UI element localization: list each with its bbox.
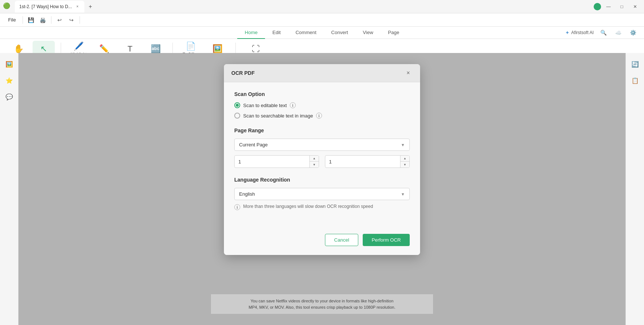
page-range-dropdown[interactable]: Current Page ▼	[234, 139, 410, 151]
new-tab-button[interactable]: +	[86, 2, 95, 11]
tab-view[interactable]: View	[355, 27, 380, 39]
modal-overlay: OCR PDF × Scan Option Scan to editable t…	[19, 53, 625, 325]
add-text-icon: T	[127, 45, 132, 53]
ocr-dialog: OCR PDF × Scan Option Scan to editable t…	[224, 64, 420, 255]
cloud-icon[interactable]: ☁️	[613, 27, 623, 38]
dialog-footer: Cancel Perform OCR	[224, 228, 420, 255]
scan-editable-label: Scan to editable text	[243, 103, 287, 108]
scan-editable-text-option[interactable]: Scan to editable text ℹ	[234, 102, 410, 108]
language-value: English	[239, 191, 255, 197]
warning-icon: ℹ	[234, 204, 240, 210]
save-button[interactable]: 💾	[26, 15, 36, 25]
browser-tab[interactable]: 1st-2. [7 Ways] How to D... ×	[15, 1, 84, 13]
warning-text: More than three languages will slow down…	[243, 204, 373, 209]
page-range-end-spinbox[interactable]: 1 ▲ ▼	[325, 155, 410, 168]
right-sidebar: 🔄 📋	[625, 53, 644, 325]
spinbox-end-controls: ▲ ▼	[400, 156, 409, 168]
tab-right-area: ✦ Afirstsoft AI 🔍 ☁️ ⚙️	[565, 27, 638, 38]
search-button[interactable]: 🔍	[598, 27, 608, 38]
right-sidebar-translate-button[interactable]: 🔄	[628, 57, 642, 71]
ai-badge[interactable]: ✦ Afirstsoft AI	[565, 30, 594, 36]
menu-separator-2	[51, 16, 51, 24]
scan-editable-radio[interactable]	[234, 102, 240, 108]
tab-home[interactable]: Home	[237, 27, 265, 39]
menu-separator-3	[80, 16, 80, 24]
page-range-dropdown-arrow: ▼	[401, 143, 405, 147]
to-image-icon: 🖼️	[212, 45, 222, 53]
right-sidebar-panel-button[interactable]: 📋	[628, 74, 642, 87]
perform-ocr-button[interactable]: Perform OCR	[363, 234, 410, 246]
scan-searchable-label: Scan to searchable text in image	[243, 113, 313, 119]
scan-option-radio-group: Scan to editable text ℹ Scan to searchab…	[234, 102, 410, 119]
page-range-spinbox-row: 1 ▲ ▼ 1 ▲ ▼	[234, 155, 410, 168]
language-recognition-section: Language Recognition English ▼ ℹ More th…	[234, 177, 410, 210]
spinbox-end-down[interactable]: ▼	[400, 162, 409, 168]
sidebar-image-button[interactable]: 🖼️	[3, 57, 16, 71]
menu-bar: File 💾 🖨️ ↩ ↪	[0, 13, 644, 27]
spinbox-start-up[interactable]: ▲	[310, 156, 319, 162]
dialog-close-button[interactable]: ×	[404, 69, 413, 77]
spinbox-end-up[interactable]: ▲	[400, 156, 409, 162]
tab-navigation: Home Edit Comment Convert View Page ✦ Af…	[0, 27, 644, 39]
maximize-button[interactable]: □	[616, 2, 628, 11]
scan-searchable-radio[interactable]	[234, 113, 240, 119]
sidebar-bookmark-button[interactable]: ⭐	[3, 74, 16, 87]
language-dropdown[interactable]: English ▼	[234, 188, 410, 200]
tab-convert[interactable]: Convert	[324, 27, 356, 39]
spinbox-start-down[interactable]: ▼	[310, 162, 319, 168]
cancel-button[interactable]: Cancel	[325, 234, 358, 246]
ocr-icon: 🔤	[151, 45, 161, 53]
menu-separator	[23, 16, 23, 24]
scan-searchable-text-option[interactable]: Scan to searchable text in image ℹ	[234, 113, 410, 119]
close-button[interactable]: ✕	[629, 2, 641, 11]
dialog-title: OCR PDF	[231, 70, 255, 76]
spinbox-end-value: 1	[325, 157, 400, 167]
redo-button[interactable]: ↪	[66, 15, 77, 25]
close-tab-button[interactable]: ×	[75, 4, 80, 9]
ai-label: Afirstsoft AI	[571, 30, 594, 35]
file-menu[interactable]: File	[4, 16, 20, 24]
spinbox-start-controls: ▲ ▼	[309, 156, 319, 168]
tab-page[interactable]: Page	[380, 27, 406, 39]
left-sidebar: 🖼️ ⭐ 💬	[0, 53, 19, 325]
sidebar-comment-button[interactable]: 💬	[3, 90, 16, 103]
print-button[interactable]: 🖨️	[38, 15, 48, 25]
tab-title: 1st-2. [7 Ways] How to D...	[19, 4, 72, 9]
select-icon: ↖	[40, 45, 47, 53]
window-controls: — □ ✕	[594, 2, 641, 11]
page-range-value: Current Page	[239, 142, 268, 147]
scan-option-label: Scan Option	[234, 91, 410, 97]
tab-comment[interactable]: Comment	[288, 27, 323, 39]
title-bar: 🟢 1st-2. [7 Ways] How to D... × + — □ ✕	[0, 0, 644, 13]
page-range-start-spinbox[interactable]: 1 ▲ ▼	[234, 155, 319, 168]
language-warning-row: ℹ More than three languages will slow do…	[234, 204, 410, 210]
spinbox-start-value: 1	[235, 157, 309, 167]
language-dropdown-arrow: ▼	[401, 192, 405, 196]
minimize-button[interactable]: —	[603, 2, 614, 11]
ai-star-icon: ✦	[565, 30, 570, 36]
undo-button[interactable]: ↩	[54, 15, 65, 25]
edit-icon: ✏️	[99, 45, 109, 53]
green-status-icon	[594, 3, 601, 10]
to-office-icon: 📄	[186, 42, 196, 50]
full-screen-icon: ⛶	[252, 45, 260, 53]
highlight-icon: 🖊️	[74, 42, 84, 50]
settings-icon[interactable]: ⚙️	[628, 27, 638, 38]
dialog-header: OCR PDF ×	[224, 64, 420, 82]
tab-edit[interactable]: Edit	[265, 27, 288, 39]
scan-searchable-info-icon[interactable]: ℹ	[316, 113, 322, 119]
language-recognition-label: Language Recognition	[234, 177, 410, 183]
page-range-label: Page Range	[234, 127, 410, 133]
hand-icon: ✋	[14, 45, 24, 53]
scan-editable-info-icon[interactable]: ℹ	[290, 102, 296, 108]
dialog-body: Scan Option Scan to editable text ℹ Scan…	[224, 82, 420, 228]
app-icon: 🟢	[3, 2, 12, 11]
